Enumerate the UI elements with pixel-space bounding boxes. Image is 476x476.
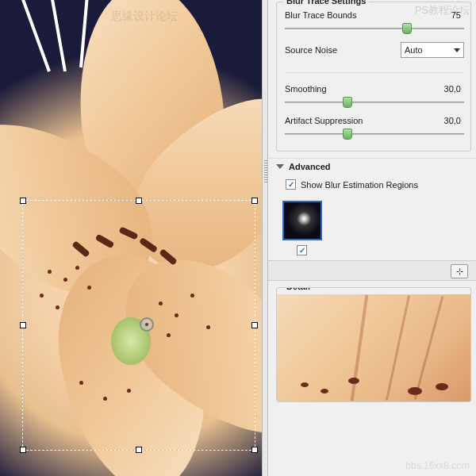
artifact-suppression-value[interactable]: 30,0 (416, 116, 464, 125)
blur-trace-bounds-value[interactable]: 75 (416, 10, 464, 20)
blur-trace-bounds-slider[interactable] (285, 23, 464, 34)
source-noise-select[interactable]: Auto (401, 42, 464, 58)
slider-thumb[interactable] (343, 129, 352, 140)
blur-trace-thumbnail[interactable] (282, 201, 322, 240)
smoothing-slider[interactable] (285, 97, 464, 108)
show-regions-checkbox[interactable]: ✓ (286, 179, 296, 190)
resize-handle[interactable] (20, 322, 26, 328)
resize-handle[interactable] (251, 447, 258, 453)
settings-panel: Blur Trace Settings Blur Trace Bounds 75… (268, 0, 476, 476)
smoothing-label: Smoothing (285, 84, 416, 94)
image-canvas[interactable] (0, 0, 262, 476)
blur-trace-settings-group: Blur Trace Settings Blur Trace Bounds 75… (276, 2, 471, 152)
add-trace-button[interactable]: ⊹ (451, 264, 468, 278)
resize-handle[interactable] (136, 198, 142, 204)
blur-trace-bounds-label: Blur Trace Bounds (285, 10, 416, 20)
disclosure-triangle-icon (276, 164, 284, 169)
panel-divider[interactable] (262, 0, 268, 476)
show-regions-label: Show Blur Estimation Regions (301, 180, 418, 190)
selection-marquee[interactable] (22, 200, 255, 451)
advanced-section-header[interactable]: Advanced (268, 158, 476, 175)
detail-preview-group: Detail (276, 287, 471, 402)
resize-handle[interactable] (251, 322, 258, 328)
blur-trace-thumbnails: ✓ (268, 198, 476, 260)
resize-handle[interactable] (20, 198, 26, 204)
thumbnail-toolbar: ⊹ (268, 260, 476, 281)
grip-icon (264, 159, 267, 182)
resize-handle[interactable] (136, 447, 142, 453)
detail-preview-image[interactable] (277, 294, 470, 401)
slider-thumb[interactable] (343, 97, 352, 108)
chevron-down-icon (454, 48, 460, 52)
source-noise-value: Auto (405, 45, 423, 55)
source-noise-label: Source Noise (285, 45, 401, 55)
slider-thumb[interactable] (402, 23, 412, 34)
artifact-suppression-label: Artifact Suppression (285, 116, 416, 125)
advanced-title: Advanced (289, 162, 331, 171)
thumbnail-checkbox[interactable]: ✓ (297, 245, 307, 255)
artifact-suppression-slider[interactable] (285, 129, 464, 140)
resize-handle[interactable] (20, 447, 26, 453)
smoothing-value[interactable]: 30,0 (416, 84, 464, 94)
add-icon: ⊹ (456, 267, 463, 277)
group-legend: Blur Trace Settings (283, 0, 369, 6)
detail-legend: Detail (283, 287, 313, 291)
resize-handle[interactable] (251, 198, 258, 204)
blur-trace-pin[interactable] (140, 317, 154, 332)
